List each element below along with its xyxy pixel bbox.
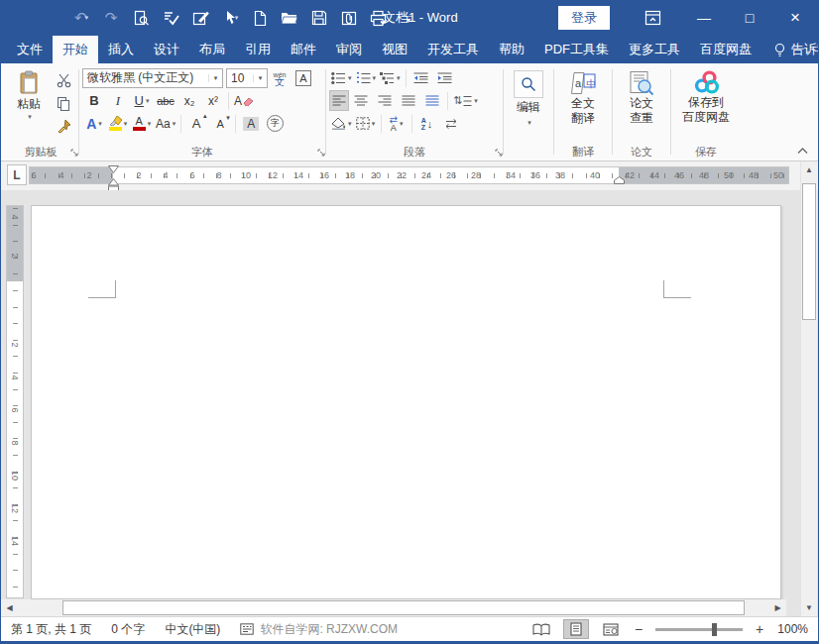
align-left-button[interactable] <box>329 90 349 111</box>
align-center-button[interactable] <box>349 90 373 111</box>
redo-button[interactable]: ↷ <box>98 6 124 30</box>
paper-check-button[interactable]: 论文 查重 <box>616 66 667 126</box>
v-ruler[interactable]: 422468101214 <box>6 205 24 598</box>
minimize-button[interactable]: — <box>681 0 727 36</box>
grow-font-button[interactable]: A▴ <box>184 113 208 134</box>
scroll-down-arrow[interactable]: ▼ <box>801 599 817 616</box>
tab-审阅[interactable]: 审阅 <box>326 36 372 63</box>
edit-mode-button[interactable] <box>187 6 213 30</box>
strikethrough-button[interactable]: abc <box>154 90 177 111</box>
line-spacing-button[interactable]: ⇅ ▾ <box>451 90 480 111</box>
tell-me-box[interactable]: 告诉我 <box>773 36 819 63</box>
word-count-status[interactable]: 0 个字 <box>111 621 145 638</box>
attachment-button[interactable] <box>336 6 362 30</box>
show-hide-marks-button[interactable] <box>439 113 463 134</box>
superscript-button[interactable]: x² <box>201 90 225 111</box>
distribute-button[interactable] <box>420 90 444 111</box>
tab-布局[interactable]: 布局 <box>189 36 235 63</box>
text-effects-button[interactable]: A▾ <box>82 113 106 134</box>
tab-PDF工具集[interactable]: PDF工具集 <box>534 36 619 63</box>
document-page[interactable] <box>31 205 781 599</box>
scroll-left-arrow[interactable]: ◀ <box>1 599 18 616</box>
tab-file[interactable]: 文件 <box>7 36 53 63</box>
scroll-right-arrow[interactable]: ▶ <box>769 599 786 616</box>
clear-formatting-button[interactable]: A <box>232 90 256 111</box>
save-button[interactable] <box>306 6 332 30</box>
subscript-button[interactable]: x₂ <box>177 90 201 111</box>
touch-mouse-mode-button[interactable]: ▾ <box>217 6 243 30</box>
tab-设计[interactable]: 设计 <box>144 36 189 63</box>
collapse-ribbon-button[interactable] <box>797 148 808 155</box>
tab-插入[interactable]: 插入 <box>98 36 144 63</box>
font-dialog-launcher[interactable] <box>317 149 326 158</box>
h-ruler[interactable]: 6422468101214161820222426283436384042444… <box>29 166 789 184</box>
copy-button[interactable] <box>52 93 75 114</box>
tab-视图[interactable]: 视图 <box>372 36 417 63</box>
horizontal-scroll-thumb[interactable] <box>62 600 745 615</box>
horizontal-scrollbar[interactable]: ◀ ▶ <box>1 599 786 616</box>
font-color-button[interactable]: A ▾ <box>130 113 154 134</box>
tab-帮助[interactable]: 帮助 <box>489 36 534 63</box>
paste-button[interactable]: 粘贴 ▾ <box>6 66 52 121</box>
vertical-scroll-thumb[interactable] <box>802 183 816 320</box>
zoom-in-button[interactable]: + <box>754 621 765 637</box>
underline-button[interactable]: U▾ <box>130 90 154 111</box>
tab-开始[interactable]: 开始 <box>53 36 98 63</box>
tab-开发工具[interactable]: 开发工具 <box>417 36 489 63</box>
tab-更多工具[interactable]: 更多工具 <box>619 36 690 63</box>
font-size-combobox[interactable]: 10 ▾ <box>226 68 268 88</box>
right-indent-marker[interactable] <box>614 176 625 184</box>
first-line-indent-marker[interactable] <box>108 165 119 173</box>
web-layout-button[interactable] <box>598 619 624 639</box>
tab-百度网盘[interactable]: 百度网盘 <box>690 36 761 63</box>
editing-button[interactable]: 编辑 ▾ <box>507 66 550 130</box>
open-button[interactable] <box>277 6 302 30</box>
character-shading-button[interactable]: A <box>239 113 263 134</box>
login-button[interactable]: 登录 <box>558 6 610 30</box>
cut-button[interactable] <box>52 70 75 91</box>
highlight-color-button[interactable]: ▾ <box>106 113 130 134</box>
scroll-up-arrow[interactable]: ▲ <box>801 161 817 178</box>
clipboard-dialog-launcher[interactable] <box>70 149 79 158</box>
ribbon-display-options-button[interactable] <box>638 10 667 26</box>
save-to-netdisk-button[interactable]: 保存到 百度网盘 <box>674 66 738 125</box>
tab-引用[interactable]: 引用 <box>235 36 281 63</box>
bold-button[interactable]: B <box>82 90 106 111</box>
page-number-status[interactable]: 第 1 页, 共 1 页 <box>11 621 91 638</box>
borders-button[interactable]: ▾ <box>354 113 378 134</box>
tab-stop-selector[interactable]: L <box>7 164 27 185</box>
justify-button[interactable] <box>397 90 420 111</box>
new-document-button[interactable] <box>247 6 273 30</box>
read-mode-button[interactable] <box>528 619 554 639</box>
phonetic-guide-button[interactable]: wén 文 <box>268 67 292 88</box>
bullets-button[interactable]: ▾ <box>329 67 354 88</box>
italic-button[interactable]: I <box>106 90 130 111</box>
spelling-check-button[interactable] <box>158 6 183 30</box>
close-button[interactable]: × <box>772 0 818 36</box>
vertical-scrollbar[interactable]: ▲ ▼ <box>800 161 817 616</box>
print-preview-button[interactable] <box>128 6 154 30</box>
shading-button[interactable]: ▾ <box>329 113 354 134</box>
increase-indent-button[interactable] <box>433 67 457 88</box>
decrease-indent-button[interactable] <box>410 67 433 88</box>
multilevel-list-button[interactable]: ▾ <box>378 67 403 88</box>
change-case-button[interactable]: Aa▾ <box>154 113 177 134</box>
zoom-slider[interactable] <box>655 628 743 631</box>
paragraph-dialog-launcher[interactable] <box>495 149 504 158</box>
zoom-level-label[interactable]: 100% <box>774 622 808 636</box>
asian-layout-button[interactable]: ⇄ A ▾ <box>385 113 409 134</box>
full-text-translate-button[interactable]: a 中 全文 翻译 <box>557 66 609 126</box>
zoom-out-button[interactable]: − <box>633 621 644 637</box>
font-name-combobox[interactable]: 微软雅黑 (中文正文) ▾ <box>82 68 223 88</box>
character-border-button[interactable]: A <box>292 67 315 88</box>
align-right-button[interactable] <box>373 90 397 111</box>
tab-邮件[interactable]: 邮件 <box>281 36 326 63</box>
enclose-characters-button[interactable]: 字 <box>263 113 287 134</box>
undo-button[interactable]: ↶▾ <box>68 6 94 30</box>
maximize-button[interactable]: □ <box>727 0 772 36</box>
language-status[interactable]: 中文(中国) <box>165 621 220 638</box>
print-layout-button[interactable] <box>563 619 589 639</box>
numbering-button[interactable]: ▾ <box>354 67 379 88</box>
zoom-slider-thumb[interactable] <box>712 623 717 636</box>
sort-button[interactable]: AZ ↓ <box>415 113 439 134</box>
